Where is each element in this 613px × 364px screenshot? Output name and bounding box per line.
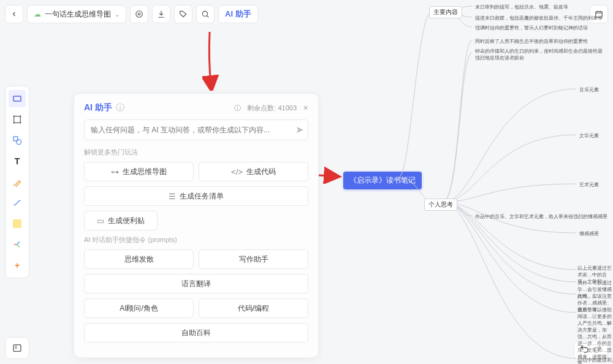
tool-connector[interactable] — [9, 194, 26, 211]
tool-outline[interactable] — [9, 90, 26, 107]
download-button[interactable] — [152, 5, 170, 23]
leaf-node[interactable]: 钟表的停摆和人的生日的到来，使时间感和生命仍最烙性最强烈地呈现在读者眼前 — [475, 48, 604, 61]
top-toolbar: ☁︎ 一句话生成思维导图 ⌄ AI 助手 — [5, 5, 258, 23]
prompt-writing[interactable]: 写作助手 — [199, 249, 308, 269]
prompt-advisor[interactable]: AI顾问/角色 — [84, 298, 194, 318]
cloud-icon: ☁︎ — [34, 10, 41, 18]
svg-point-0 — [138, 13, 140, 15]
quick-code[interactable]: </>生成代码 — [199, 162, 308, 181]
prompt-wiki[interactable]: 自助百科 — [84, 323, 308, 343]
svg-point-1 — [136, 11, 143, 18]
leaf-node[interactable]: 最后，可以借助阅读…让更多的人产生共鸣…解决方案是，加强…共鸣，从而进一步…作的… — [577, 306, 613, 364]
category-label[interactable]: 情感感受 — [579, 230, 599, 237]
leaf-node[interactable]: 强调时信仰的重要性，警示人们要时刻铭记神的话语 — [475, 25, 588, 31]
quick-sticky[interactable]: ▭生成便利贴 — [84, 211, 158, 230]
note-icon: ▭ — [97, 216, 104, 226]
ai-prompt-input[interactable] — [84, 119, 308, 140]
send-icon[interactable]: ➤ — [295, 124, 303, 135]
prompt-translate[interactable]: 语言翻译 — [84, 274, 308, 294]
svg-point-6 — [17, 140, 21, 145]
bottom-left-button[interactable] — [5, 337, 29, 359]
svg-rect-7 — [13, 345, 21, 352]
prompt-coding[interactable]: 代码/编程 — [199, 298, 308, 318]
points-remaining: 剩余点数: 41003 — [247, 104, 297, 113]
close-icon[interactable]: ✕ — [303, 104, 308, 112]
search-button[interactable] — [196, 5, 215, 23]
ai-panel-title: AI 助手ⓘ — [84, 102, 124, 113]
leaf-node[interactable]: 总结中的建议和人更… — [577, 357, 613, 363]
tool-shape[interactable] — [9, 132, 26, 149]
branch-main-content[interactable]: 主要内容 — [429, 6, 462, 18]
leaf-node[interactable]: 同时反映了人类不顾生态平衡的后果和信仰的重要性 — [475, 38, 588, 45]
chevron-down-icon: ⌄ — [115, 11, 120, 18]
tool-text[interactable]: T — [9, 153, 26, 170]
document-title: 一句话生成思维导图 — [45, 9, 111, 20]
tag-button[interactable] — [174, 5, 192, 23]
tool-mindmap[interactable] — [9, 236, 26, 253]
tool-frame[interactable] — [9, 111, 26, 128]
back-button[interactable] — [5, 5, 23, 23]
mindmap-root-node[interactable]: 《启示录》读书笔记 — [343, 172, 422, 189]
tool-add[interactable]: + — [9, 257, 26, 274]
branch-personal-thought[interactable]: 个人思考 — [424, 199, 457, 211]
leaf-node[interactable]: 描述末日救赎，包括恶魔的被收拾最佳、千年王国的到来等 — [475, 15, 603, 21]
category-label[interactable]: 文学元素 — [579, 132, 599, 139]
ai-assistant-panel: AI 助手ⓘ ⓘ 剩余点数: 41003 ✕ ➤ 解锁更多热门玩法 ⊶生成思维导… — [74, 93, 319, 358]
code-icon: </> — [231, 167, 243, 176]
tool-pen[interactable] — [9, 173, 26, 191]
tool-note[interactable] — [9, 215, 26, 232]
help-icon[interactable]: ⓘ — [116, 102, 124, 113]
left-sidebar: T + — [5, 86, 29, 278]
svg-rect-4 — [14, 116, 21, 123]
settings-button[interactable] — [130, 5, 148, 23]
list-icon: ☰ — [169, 192, 176, 201]
ai-assistant-button[interactable]: AI 助手 — [218, 5, 258, 23]
quick-mindmap[interactable]: ⊶生成思维导图 — [84, 162, 194, 181]
prompt-diverge[interactable]: 思维发散 — [84, 249, 194, 269]
info-icon: ⓘ — [234, 104, 241, 113]
leaf-node[interactable]: 末日审判的描写，包括洪水、地震、瘟疫等 — [475, 4, 568, 10]
document-title-pill[interactable]: ☁︎ 一句话生成思维导图 ⌄ — [27, 5, 126, 23]
leaf-node[interactable]: 作品中的音乐、文学和艺术元素，给人带来很强烈的情感感受 — [475, 213, 607, 220]
annotation-arrow-down — [202, 29, 221, 91]
svg-point-2 — [202, 11, 207, 16]
section-label-prompts: AI 对话助手快捷指令 (prompts) — [84, 235, 308, 245]
section-label-quick: 解锁更多热门玩法 — [84, 148, 308, 157]
category-label[interactable]: 艺术元素 — [579, 181, 599, 188]
quick-tasklist[interactable]: ☰生成任务清单 — [84, 186, 308, 206]
category-label[interactable]: 音乐元素 — [579, 86, 599, 93]
mindmap-icon: ⊶ — [111, 167, 119, 176]
